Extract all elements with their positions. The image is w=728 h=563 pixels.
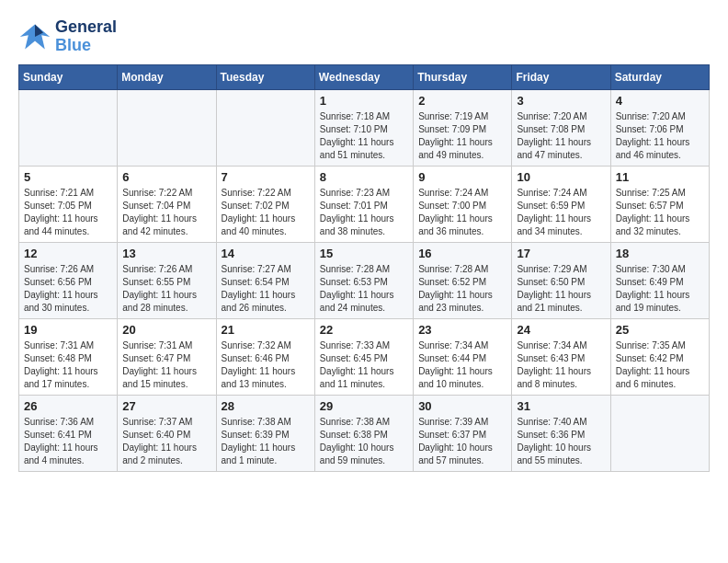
calendar-day-cell: 8Sunrise: 7:23 AM Sunset: 7:01 PM Daylig… [314, 166, 413, 242]
day-info: Sunrise: 7:23 AM Sunset: 7:01 PM Dayligh… [320, 187, 408, 238]
calendar-day-cell: 15Sunrise: 7:28 AM Sunset: 6:53 PM Dayli… [314, 242, 413, 318]
calendar-table: SundayMondayTuesdayWednesdayThursdayFrid… [18, 64, 710, 472]
day-info: Sunrise: 7:31 AM Sunset: 6:47 PM Dayligh… [122, 339, 210, 391]
day-number: 3 [517, 94, 605, 108]
calendar-day-cell: 12Sunrise: 7:26 AM Sunset: 6:56 PM Dayli… [19, 242, 118, 318]
day-number: 18 [616, 247, 704, 260]
calendar-day-cell: 27Sunrise: 7:37 AM Sunset: 6:40 PM Dayli… [118, 395, 216, 471]
day-number: 4 [616, 94, 704, 108]
day-info: Sunrise: 7:27 AM Sunset: 6:54 PM Dayligh… [222, 263, 310, 315]
calendar-day-cell: 20Sunrise: 7:31 AM Sunset: 6:47 PM Dayli… [118, 318, 216, 395]
day-info: Sunrise: 7:20 AM Sunset: 7:06 PM Dayligh… [616, 110, 704, 162]
weekday-header: Thursday [414, 64, 512, 89]
day-info: Sunrise: 7:24 AM Sunset: 7:00 PM Dayligh… [418, 187, 506, 238]
calendar-day-cell: 7Sunrise: 7:22 AM Sunset: 7:02 PM Daylig… [216, 166, 314, 242]
day-info: Sunrise: 7:38 AM Sunset: 6:38 PM Dayligh… [320, 416, 408, 467]
day-info: Sunrise: 7:37 AM Sunset: 6:40 PM Dayligh… [122, 416, 210, 467]
calendar-week-row: 12Sunrise: 7:26 AM Sunset: 6:56 PM Dayli… [19, 242, 710, 318]
day-number: 16 [418, 247, 506, 260]
day-number: 11 [616, 170, 704, 184]
calendar-header: SundayMondayTuesdayWednesdayThursdayFrid… [19, 64, 710, 89]
calendar-day-cell: 17Sunrise: 7:29 AM Sunset: 6:50 PM Dayli… [512, 242, 610, 318]
calendar-day-cell: 13Sunrise: 7:26 AM Sunset: 6:55 PM Dayli… [118, 242, 216, 318]
empty-cell [19, 89, 118, 166]
day-number: 7 [222, 170, 310, 184]
weekday-header: Friday [512, 64, 610, 89]
day-number: 2 [418, 94, 506, 108]
calendar-day-cell: 19Sunrise: 7:31 AM Sunset: 6:48 PM Dayli… [19, 318, 118, 395]
day-info: Sunrise: 7:20 AM Sunset: 7:08 PM Dayligh… [517, 110, 605, 162]
day-number: 29 [320, 399, 408, 413]
day-number: 6 [122, 170, 210, 184]
calendar-day-cell: 5Sunrise: 7:21 AM Sunset: 7:05 PM Daylig… [19, 166, 118, 242]
calendar-day-cell: 28Sunrise: 7:38 AM Sunset: 6:39 PM Dayli… [216, 395, 314, 471]
day-number: 13 [122, 247, 210, 260]
day-info: Sunrise: 7:32 AM Sunset: 6:46 PM Dayligh… [222, 339, 310, 391]
day-number: 24 [517, 323, 605, 337]
calendar-week-row: 19Sunrise: 7:31 AM Sunset: 6:48 PM Dayli… [19, 318, 710, 395]
day-number: 20 [122, 323, 210, 337]
weekday-header: Wednesday [314, 64, 413, 89]
calendar-day-cell: 4Sunrise: 7:20 AM Sunset: 7:06 PM Daylig… [610, 89, 709, 166]
weekday-header: Saturday [610, 64, 709, 89]
calendar-day-cell: 2Sunrise: 7:19 AM Sunset: 7:09 PM Daylig… [414, 89, 512, 166]
day-number: 23 [418, 323, 506, 337]
calendar-day-cell: 18Sunrise: 7:30 AM Sunset: 6:49 PM Dayli… [610, 242, 709, 318]
day-number: 28 [222, 399, 310, 413]
day-info: Sunrise: 7:28 AM Sunset: 6:53 PM Dayligh… [320, 263, 408, 315]
calendar-week-row: 1Sunrise: 7:18 AM Sunset: 7:10 PM Daylig… [19, 89, 710, 166]
calendar-day-cell: 6Sunrise: 7:22 AM Sunset: 7:04 PM Daylig… [118, 166, 216, 242]
day-info: Sunrise: 7:26 AM Sunset: 6:56 PM Dayligh… [24, 263, 112, 315]
day-info: Sunrise: 7:33 AM Sunset: 6:45 PM Dayligh… [320, 339, 408, 391]
day-number: 15 [320, 247, 408, 260]
day-info: Sunrise: 7:34 AM Sunset: 6:43 PM Dayligh… [517, 339, 605, 391]
calendar-day-cell: 9Sunrise: 7:24 AM Sunset: 7:00 PM Daylig… [414, 166, 512, 242]
day-number: 25 [616, 323, 704, 337]
day-number: 21 [222, 323, 310, 337]
day-info: Sunrise: 7:39 AM Sunset: 6:37 PM Dayligh… [418, 416, 506, 467]
day-number: 22 [320, 323, 408, 337]
day-number: 8 [320, 170, 408, 184]
calendar-day-cell: 10Sunrise: 7:24 AM Sunset: 6:59 PM Dayli… [512, 166, 610, 242]
day-number: 9 [418, 170, 506, 184]
day-number: 14 [222, 247, 310, 260]
calendar-day-cell: 3Sunrise: 7:20 AM Sunset: 7:08 PM Daylig… [512, 89, 610, 166]
calendar-day-cell: 24Sunrise: 7:34 AM Sunset: 6:43 PM Dayli… [512, 318, 610, 395]
calendar-day-cell: 23Sunrise: 7:34 AM Sunset: 6:44 PM Dayli… [414, 318, 512, 395]
day-info: Sunrise: 7:34 AM Sunset: 6:44 PM Dayligh… [418, 339, 506, 391]
weekday-header: Tuesday [216, 64, 314, 89]
day-info: Sunrise: 7:31 AM Sunset: 6:48 PM Dayligh… [24, 339, 112, 391]
day-info: Sunrise: 7:24 AM Sunset: 6:59 PM Dayligh… [517, 187, 605, 238]
calendar-day-cell: 14Sunrise: 7:27 AM Sunset: 6:54 PM Dayli… [216, 242, 314, 318]
day-info: Sunrise: 7:30 AM Sunset: 6:49 PM Dayligh… [616, 263, 704, 315]
logo: General Blue [18, 18, 117, 55]
day-number: 19 [24, 323, 112, 337]
calendar-day-cell: 26Sunrise: 7:36 AM Sunset: 6:41 PM Dayli… [19, 395, 118, 471]
day-number: 30 [418, 399, 506, 413]
empty-cell [610, 395, 709, 471]
calendar-day-cell: 11Sunrise: 7:25 AM Sunset: 6:57 PM Dayli… [610, 166, 709, 242]
calendar-week-row: 26Sunrise: 7:36 AM Sunset: 6:41 PM Dayli… [19, 395, 710, 471]
day-number: 5 [24, 170, 112, 184]
calendar-day-cell: 22Sunrise: 7:33 AM Sunset: 6:45 PM Dayli… [314, 318, 413, 395]
day-info: Sunrise: 7:22 AM Sunset: 7:04 PM Dayligh… [122, 187, 210, 238]
empty-cell [118, 89, 216, 166]
logo-text: General Blue [55, 18, 117, 55]
empty-cell [216, 89, 314, 166]
weekday-header: Sunday [19, 64, 118, 89]
day-info: Sunrise: 7:21 AM Sunset: 7:05 PM Dayligh… [24, 187, 112, 238]
calendar-day-cell: 29Sunrise: 7:38 AM Sunset: 6:38 PM Dayli… [314, 395, 413, 471]
day-info: Sunrise: 7:25 AM Sunset: 6:57 PM Dayligh… [616, 187, 704, 238]
day-info: Sunrise: 7:29 AM Sunset: 6:50 PM Dayligh… [517, 263, 605, 315]
day-info: Sunrise: 7:35 AM Sunset: 6:42 PM Dayligh… [616, 339, 704, 391]
day-info: Sunrise: 7:22 AM Sunset: 7:02 PM Dayligh… [222, 187, 310, 238]
weekday-header: Monday [118, 64, 216, 89]
day-number: 26 [24, 399, 112, 413]
day-info: Sunrise: 7:40 AM Sunset: 6:36 PM Dayligh… [517, 416, 605, 467]
calendar-day-cell: 31Sunrise: 7:40 AM Sunset: 6:36 PM Dayli… [512, 395, 610, 471]
calendar-day-cell: 16Sunrise: 7:28 AM Sunset: 6:52 PM Dayli… [414, 242, 512, 318]
page-header: General Blue [18, 18, 710, 55]
day-number: 10 [517, 170, 605, 184]
day-info: Sunrise: 7:28 AM Sunset: 6:52 PM Dayligh… [418, 263, 506, 315]
day-info: Sunrise: 7:26 AM Sunset: 6:55 PM Dayligh… [122, 263, 210, 315]
